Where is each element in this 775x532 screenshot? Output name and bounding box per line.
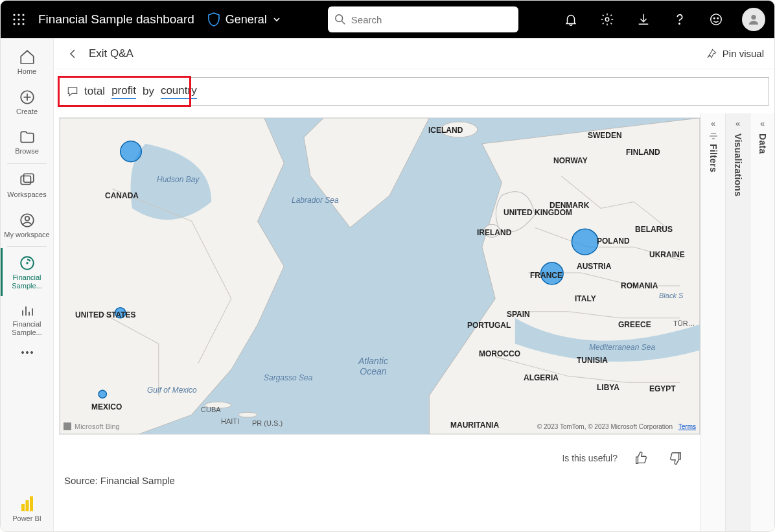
app-launcher-icon[interactable] [10,10,28,29]
chevron-left-icon: « [735,119,740,128]
thumbs-up-icon [634,451,648,465]
map-label-romania: ROMANIA [621,281,658,290]
map-label-belarus: BELARUS [635,225,673,234]
svg-point-13 [711,14,722,25]
account-avatar[interactable] [742,8,765,31]
sensitivity-dropdown[interactable]: General [207,12,281,27]
map-sea-labrador-sea: Labrador Sea [292,196,339,205]
map-sea-gulf-of-mexico: Gulf of Mexico [147,386,197,395]
svg-rect-33 [30,496,33,511]
map-label-morocco: MOROCCO [479,349,520,358]
nav-home[interactable]: Home [1,42,53,82]
nav-financial-sample-report[interactable]: Financial Sample... [1,296,53,343]
map-label-united-states: UNITED STATES [75,310,136,319]
svg-point-15 [717,17,718,18]
map-label-tunisia: TUNISIA [577,356,608,365]
map-label-spain: SPAIN [507,310,530,319]
qna-word-profit: profit [111,84,136,99]
map-label-t-r-: TÜR… [673,319,695,327]
svg-point-5 [22,18,24,20]
pin-visual-button[interactable]: Pin visual [706,48,764,60]
svg-point-6 [13,23,15,25]
map-terms-link[interactable]: Terms [678,423,696,430]
map-label-libya: LIBYA [597,383,619,392]
map-label-egypt: EGYPT [649,384,676,393]
chevron-left-icon: « [760,119,765,128]
source-label: Source: Financial Sample [59,474,700,491]
map-label-haiti: HAITI [221,417,239,425]
map-label-algeria: ALGERIA [524,373,559,382]
back-button[interactable] [64,45,82,63]
feedback-icon[interactable] [702,5,730,34]
nav-financial-sample-dashboard[interactable]: Financial Sample... [1,248,53,296]
qna-word-country: country [161,84,197,99]
svg-point-1 [17,14,19,16]
help-icon[interactable] [665,5,694,34]
map-attribution-right: © 2023 TomTom, © 2023 Microsoft Corporat… [537,423,696,430]
map-bubble-canada[interactable] [121,141,142,162]
qna-word-by: by [143,85,154,98]
map-label-canada: CANADA [105,191,139,200]
nav-my-workspace[interactable]: My workspace [1,205,53,246]
data-pane-collapsed[interactable]: « Data [750,113,774,531]
svg-point-9 [336,15,343,22]
svg-rect-31 [21,504,25,511]
thumbs-down-button[interactable] [664,446,688,470]
svg-point-8 [22,23,24,25]
nav-create[interactable]: Create [1,82,53,122]
dashboard-title: Financial Sample dashboard [38,12,194,27]
map-label-ukraine: UKRAINE [649,250,685,259]
feedback-row: Is this useful? [59,435,700,474]
map-sea-hudson-bay: Hudson Bay [157,175,199,184]
nav-browse[interactable]: Browse [1,122,53,162]
search-icon [334,14,346,25]
map-sea-sargasso-sea: Sargasso Sea [264,373,312,382]
map-label-sweden: SWEDEN [588,131,622,140]
svg-rect-32 [25,500,29,511]
svg-point-21 [25,216,29,221]
is-useful-label: Is this useful? [562,453,618,463]
map-label-france: FRANCE [530,271,562,280]
qna-input[interactable]: total profit by country [59,77,769,106]
map-label-italy: ITALY [575,294,596,303]
settings-icon[interactable] [593,5,621,34]
thumbs-up-button[interactable] [629,446,653,470]
map-label-poland: POLAND [597,237,630,246]
svg-point-36 [238,412,257,417]
map-sea-mediterranean-sea: Mediterranean Sea [589,343,655,352]
exit-qna-label[interactable]: Exit Q&A [89,47,133,60]
svg-rect-39 [64,422,71,430]
bing-icon [64,422,71,430]
powerbi-brand[interactable]: Power BI [1,489,53,531]
visualizations-pane-collapsed[interactable]: « Visualizations [725,113,750,531]
main-content: Exit Q&A Pin visual total profit by coun… [54,38,774,531]
shield-icon [207,12,220,27]
svg-point-30 [30,351,32,353]
map-visual[interactable]: CANADAUNITED STATESMEXICOCUBAHAITIPR (U.… [59,117,700,435]
left-nav-rail: Home Create Browse Workspaces My workspa… [1,38,54,531]
command-bar: Exit Q&A Pin visual [54,38,774,69]
svg-point-28 [21,351,23,353]
svg-point-12 [679,23,680,24]
qna-word-total: total [84,85,105,98]
chat-icon [66,85,79,98]
sensitivity-label: General [226,13,267,27]
pin-icon [706,48,717,60]
svg-point-29 [26,351,28,353]
download-icon[interactable] [629,5,658,34]
map-bubble-mexico[interactable] [98,390,106,398]
nav-workspaces[interactable]: Workspaces [1,165,53,205]
search-input[interactable] [351,14,512,25]
map-bubble-germany[interactable] [572,229,598,255]
map-label-mexico: MEXICO [91,402,122,411]
svg-point-16 [752,15,756,19]
nav-more[interactable] [1,343,53,362]
chevron-down-icon [272,15,281,24]
svg-point-2 [22,14,24,16]
notifications-icon[interactable] [557,5,585,34]
svg-line-10 [342,21,345,25]
top-app-bar: Financial Sample dashboard General [1,1,774,38]
svg-point-7 [17,23,19,25]
global-search[interactable] [328,6,518,32]
filters-pane-collapsed[interactable]: « Filters [700,113,725,531]
